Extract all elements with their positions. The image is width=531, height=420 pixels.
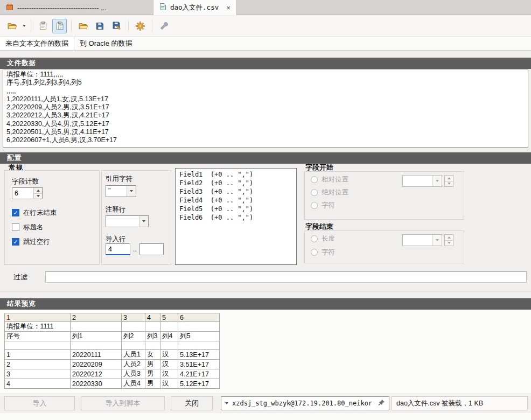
preview-cell[interactable]: 汉 xyxy=(160,360,178,369)
preview-cell[interactable]: 人员4 xyxy=(122,379,145,389)
preview-cell[interactable] xyxy=(145,322,160,332)
preview-cell[interactable]: 人员1 xyxy=(122,350,145,360)
preview-cell[interactable] xyxy=(178,322,220,332)
dropdown-arrow-icon[interactable] xyxy=(432,176,442,186)
radio-icon[interactable] xyxy=(311,176,318,183)
preview-cell[interactable]: 列3 xyxy=(145,332,160,341)
preview-cell[interactable]: 男 xyxy=(145,369,160,379)
spin-up-icon[interactable] xyxy=(34,188,42,193)
field-end-stepper[interactable] xyxy=(444,234,453,246)
import-to-script-button[interactable]: 导入到脚本 xyxy=(81,396,165,410)
preview-cell[interactable]: 填报单位：1111 xyxy=(5,322,71,332)
radio-icon[interactable] xyxy=(311,189,318,196)
radio-icon[interactable] xyxy=(311,235,318,242)
checkbox-row-end-at-eol[interactable]: ✓ 在行末结束 xyxy=(12,208,57,217)
preview-cell[interactable]: 列4 xyxy=(160,332,178,341)
preview-cell[interactable]: 20220330 xyxy=(71,379,122,389)
radio-relative-position[interactable]: 相对位置 xyxy=(311,175,348,184)
field-list-item[interactable]: Field1 (+0 .. ",") xyxy=(179,170,292,179)
copy-button[interactable] xyxy=(36,19,50,33)
preview-cell[interactable] xyxy=(5,341,71,350)
open-template-button[interactable] xyxy=(76,19,90,33)
preview-cell[interactable] xyxy=(160,322,178,332)
radio-absolute-position[interactable]: 绝对位置 xyxy=(311,188,348,197)
preview-cell[interactable]: 列5 xyxy=(178,332,220,341)
preview-cell[interactable]: 3 xyxy=(5,369,71,379)
spin-up-icon[interactable] xyxy=(445,176,453,181)
preview-cell[interactable]: 20220111 xyxy=(71,350,122,360)
preview-cell[interactable]: 1 xyxy=(5,350,71,360)
preview-cell[interactable]: 汉 xyxy=(160,369,178,379)
preview-cell[interactable]: 女 xyxy=(145,350,160,360)
preview-cell[interactable]: 4 xyxy=(5,379,71,389)
comment-line-select[interactable] xyxy=(106,215,149,227)
quote-char-select[interactable]: " xyxy=(106,185,136,197)
dropdown-arrow-icon[interactable] xyxy=(127,186,136,197)
settings-gear-icon[interactable] xyxy=(133,19,148,33)
preview-cell[interactable]: 列1 xyxy=(71,332,122,341)
filter-input[interactable] xyxy=(45,271,527,283)
checkbox-icon[interactable]: ✓ xyxy=(12,238,19,246)
preview-cell[interactable]: 汉 xyxy=(160,350,178,360)
preview-cell[interactable]: 20220212 xyxy=(71,369,122,379)
preview-cell[interactable]: 汉 xyxy=(160,379,178,389)
preview-cell[interactable]: 列2 xyxy=(122,332,145,341)
step-source-tab[interactable]: 来自文本文件的数据 xyxy=(0,37,74,50)
connection-select[interactable]: xzdsj_stg_wbzyk@172.19.201.80_neikor xyxy=(221,396,389,410)
tab-previous-document[interactable]: ----------------------------------- ... xyxy=(0,0,153,15)
save-button[interactable] xyxy=(93,19,107,33)
save-edit-button[interactable] xyxy=(109,19,124,33)
preview-column-header[interactable]: 1 xyxy=(5,313,71,322)
close-button[interactable]: 关闭 xyxy=(171,396,213,410)
dropdown-arrow-icon[interactable] xyxy=(432,235,442,246)
field-count-stepper[interactable] xyxy=(12,187,43,199)
fields-listbox[interactable]: Field1 (+0 .. ",") Field2 (+0 .. ",") Fi… xyxy=(175,168,297,265)
import-row-to-input[interactable] xyxy=(139,243,164,255)
field-start-stepper[interactable] xyxy=(444,175,453,187)
preview-cell[interactable] xyxy=(71,341,122,350)
open-file-button[interactable] xyxy=(5,19,19,33)
preview-cell[interactable] xyxy=(145,341,160,350)
field-end-select[interactable] xyxy=(402,234,442,246)
preview-cell[interactable]: 男 xyxy=(145,379,160,389)
field-list-item[interactable]: Field3 (+0 .. ",") xyxy=(179,187,292,196)
radio-end-character[interactable]: 字符 xyxy=(311,248,335,257)
field-list-item[interactable]: Field6 (+0 .. ",") xyxy=(179,213,292,222)
preview-column-header[interactable]: 2 xyxy=(71,313,122,322)
tools-wrench-icon[interactable] xyxy=(157,19,171,33)
checkbox-icon[interactable]: ✓ xyxy=(12,209,19,216)
spin-up-icon[interactable] xyxy=(445,235,453,240)
preview-cell[interactable]: 人员2 xyxy=(122,360,145,369)
preview-cell[interactable]: 3.51E+17 xyxy=(178,360,220,369)
file-data-preview[interactable]: 填报单位：1111,,,,, 序号,列1,列2,列3,列4,列5 ,,,,, 1… xyxy=(3,69,528,148)
field-start-select[interactable] xyxy=(402,175,442,187)
radio-icon[interactable] xyxy=(311,249,318,256)
preview-column-header[interactable]: 6 xyxy=(178,313,220,322)
preview-column-header[interactable]: 5 xyxy=(160,313,178,322)
preview-cell[interactable]: 4.21E+17 xyxy=(178,369,220,379)
paste-button[interactable] xyxy=(52,19,67,33)
preview-cell[interactable] xyxy=(122,322,145,332)
checkbox-row-header-names[interactable]: ✓ 标题名 xyxy=(12,223,44,232)
close-tab-icon[interactable]: × xyxy=(226,4,230,12)
import-button[interactable]: 导入 xyxy=(4,396,75,410)
preview-cell[interactable] xyxy=(160,341,178,350)
field-list-item[interactable]: Field4 (+0 .. ",") xyxy=(179,196,292,205)
spin-down-icon[interactable] xyxy=(445,181,453,187)
splitter[interactable] xyxy=(0,291,531,292)
preview-cell[interactable]: 5.13E+17 xyxy=(178,350,220,360)
open-file-dropdown-icon[interactable] xyxy=(20,19,27,33)
checkbox-row-skip-blank[interactable]: ✓ 跳过空行 xyxy=(12,237,50,246)
preview-column-header[interactable]: 4 xyxy=(145,313,160,322)
preview-cell[interactable] xyxy=(71,322,122,332)
spin-down-icon[interactable] xyxy=(445,240,453,246)
preview-cell[interactable]: 男 xyxy=(145,360,160,369)
field-count-input[interactable] xyxy=(12,188,33,199)
preview-cell[interactable]: 序号 xyxy=(5,332,71,341)
checkbox-icon[interactable]: ✓ xyxy=(12,223,19,231)
preview-cell[interactable]: 人员3 xyxy=(122,369,145,379)
preview-cell[interactable] xyxy=(178,341,220,350)
preview-cell[interactable]: 5.12E+17 xyxy=(178,379,220,389)
step-target-tab[interactable]: 到 Oracle 的数据 xyxy=(74,37,138,50)
radio-start-character[interactable]: 字符 xyxy=(311,201,335,210)
